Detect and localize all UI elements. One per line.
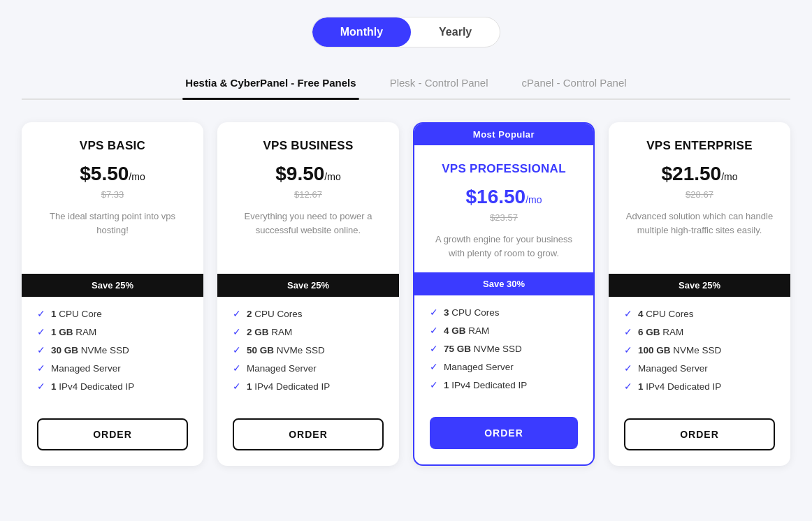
save-badge: Save 25% [22,274,203,297]
check-icon: ✓ [37,308,45,319]
feature-item: ✓ 4 CPU Cores [624,308,775,319]
price-suffix: /mo [525,194,542,205]
feature-item: ✓ 2 GB RAM [233,326,384,337]
feature-text: 4 CPU Cores [638,309,694,319]
card-footer: ORDER [22,406,203,466]
price-old: $28.67 [624,189,775,200]
tab-plesk[interactable]: Plesk - Control Panel [387,70,491,98]
features-list: ✓ 1 CPU Core ✓ 1 GB RAM ✓ 30 GB NVMe SSD… [37,297,188,392]
feature-text: Managed Server [247,363,317,374]
feature-text: 1 CPU Core [51,309,102,319]
check-icon: ✓ [37,344,45,355]
price-row: $21.50/mo [624,163,775,185]
feature-text: 30 GB NVMe SSD [51,345,129,355]
feature-item: ✓ 1 GB RAM [37,326,188,337]
check-icon: ✓ [624,344,632,355]
feature-item: ✓ 75 GB NVMe SSD [430,343,578,354]
feature-item: ✓ 50 GB NVMe SSD [233,344,384,355]
check-icon: ✓ [233,344,241,355]
price-row: $16.50/mo [430,186,578,208]
tab-hestia[interactable]: Hestia & CyberPanel - Free Panels [182,70,358,98]
plan-name: VPS ENTERPRISE [624,139,775,153]
plan-description: A growth engine for your business with p… [430,233,578,260]
plan-description: Everything you need to power a successfu… [233,210,384,261]
check-icon: ✓ [233,308,241,319]
feature-item: ✓ 100 GB NVMe SSD [624,344,775,355]
feature-text: Managed Server [444,362,514,372]
plan-card-enterprise: VPS ENTERPRISE $21.50/mo $28.67 Advanced… [609,122,790,466]
price-old: $7.33 [37,189,188,200]
check-icon: ✓ [233,381,241,392]
price-main: $9.50 [275,163,324,184]
feature-item: ✓ 2 CPU Cores [233,308,384,319]
feature-text: 3 CPU Cores [444,307,500,318]
feature-text: 1 IPv4 Dedicated IP [444,380,527,390]
feature-item: ✓ 1 IPv4 Dedicated IP [624,381,775,392]
plan-card-professional: Most Popular VPS PROFESSIONAL $16.50/mo … [413,122,595,466]
feature-item: ✓ 1 IPv4 Dedicated IP [233,381,384,392]
check-icon: ✓ [624,381,632,392]
feature-text: 1 IPv4 Dedicated IP [247,381,330,392]
features-list: ✓ 4 CPU Cores ✓ 6 GB RAM ✓ 100 GB NVMe S… [624,297,775,392]
plan-description: The ideal starting point into vps hostin… [37,210,188,261]
feature-text: 2 CPU Cores [247,309,303,319]
check-icon: ✓ [624,362,632,374]
feature-text: 100 GB NVMe SSD [638,345,721,355]
feature-item: ✓ Managed Server [37,362,188,374]
order-button-business[interactable]: ORDER [233,418,384,450]
check-icon: ✓ [430,379,438,390]
feature-item: ✓ 4 GB RAM [430,325,578,336]
price-row: $5.50/mo [37,163,188,185]
monthly-toggle-btn[interactable]: Monthly [312,17,411,47]
panel-tabs: Hestia & CyberPanel - Free Panels Plesk … [22,70,790,100]
yearly-toggle-btn[interactable]: Yearly [411,17,500,47]
plan-description: Advanced solution which can handle multi… [624,210,775,261]
popular-badge: Most Popular [414,124,593,145]
check-icon: ✓ [233,326,241,337]
order-button-enterprise[interactable]: ORDER [624,418,775,450]
order-button-basic[interactable]: ORDER [37,418,188,450]
features-list: ✓ 3 CPU Cores ✓ 4 GB RAM ✓ 75 GB NVMe SS… [430,295,578,390]
feature-text: 2 GB RAM [247,327,292,337]
feature-item: ✓ 1 IPv4 Dedicated IP [37,381,188,392]
plan-name: VPS PROFESSIONAL [430,162,578,176]
check-icon: ✓ [624,308,632,319]
price-main: $5.50 [80,163,129,184]
feature-item: ✓ 1 IPv4 Dedicated IP [430,379,578,390]
price-suffix: /mo [721,171,737,182]
price-old: $12.67 [233,189,384,200]
price-suffix: /mo [129,171,145,182]
plan-name: VPS BUSINESS [233,139,384,153]
feature-text: 1 IPv4 Dedicated IP [638,381,721,392]
check-icon: ✓ [37,326,45,337]
check-icon: ✓ [233,362,241,374]
check-icon: ✓ [430,343,438,354]
feature-text: 50 GB NVMe SSD [247,345,325,355]
feature-text: Managed Server [638,363,708,374]
plan-card-basic: VPS BASIC $5.50/mo $7.33 The ideal start… [22,122,203,466]
feature-text: 1 IPv4 Dedicated IP [51,381,134,392]
feature-item: ✓ 30 GB NVMe SSD [37,344,188,355]
price-suffix: /mo [324,171,340,182]
price-main: $16.50 [466,186,526,207]
feature-item: ✓ Managed Server [624,362,775,374]
feature-text: 1 GB RAM [51,327,96,337]
check-icon: ✓ [624,326,632,337]
price-old: $23.57 [430,212,578,223]
check-icon: ✓ [37,362,45,374]
billing-toggle: Monthly Yearly [312,17,500,47]
plans-grid: VPS BASIC $5.50/mo $7.33 The ideal start… [22,122,790,466]
order-button-professional[interactable]: ORDER [430,417,578,449]
save-badge: Save 25% [217,274,399,297]
check-icon: ✓ [430,325,438,336]
feature-text: Managed Server [51,363,121,374]
tab-cpanel[interactable]: cPanel - Control Panel [519,70,630,98]
features-list: ✓ 2 CPU Cores ✓ 2 GB RAM ✓ 50 GB NVMe SS… [233,297,384,392]
price-row: $9.50/mo [233,163,384,185]
price-main: $21.50 [662,163,722,184]
feature-item: ✓ 3 CPU Cores [430,307,578,318]
card-footer: ORDER [414,404,593,464]
feature-item: ✓ 1 CPU Core [37,308,188,319]
feature-text: 75 GB NVMe SSD [444,344,522,354]
feature-text: 4 GB RAM [444,325,489,336]
